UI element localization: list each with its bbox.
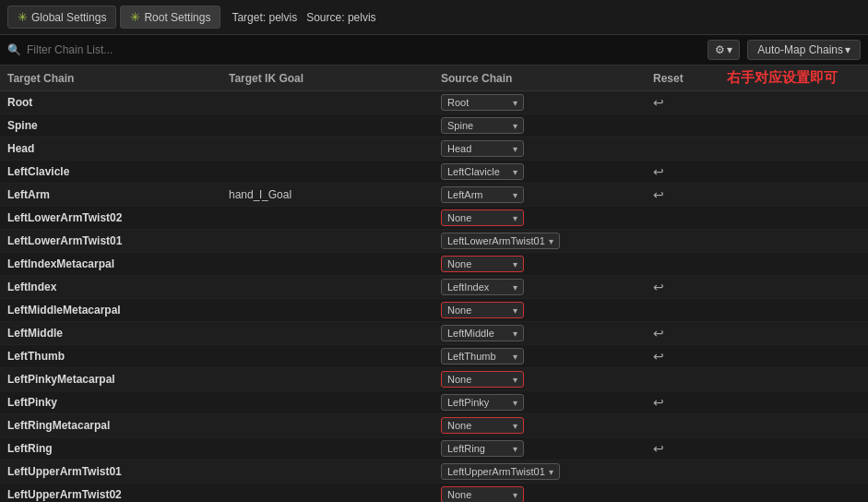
target-chain-cell: LeftIndexMetacarpal bbox=[7, 257, 229, 270]
target-chain-cell: LeftLowerArmTwist02 bbox=[7, 211, 229, 224]
target-chain-cell: LeftMiddle bbox=[7, 327, 229, 340]
header-source-chain: Source Chain bbox=[441, 69, 653, 87]
source-chain-cell: None ▾ bbox=[441, 486, 653, 502]
filter-bar-right: ⚙ ▾ Auto-Map Chains ▾ bbox=[707, 40, 861, 60]
annotation-text: 右手对应设置即可 bbox=[727, 69, 838, 87]
source-chain-cell: LeftRing ▾ bbox=[441, 440, 653, 457]
source-chain-cell: LeftThumb ▾ bbox=[441, 348, 653, 365]
dropdown-value: None bbox=[447, 374, 471, 385]
target-chain-name: LeftPinky bbox=[7, 396, 57, 409]
automap-button[interactable]: Auto-Map Chains ▾ bbox=[747, 40, 861, 60]
source-chain-cell: Root ▾ bbox=[441, 94, 653, 111]
source-chain-dropdown[interactable]: None ▾ bbox=[441, 209, 524, 226]
source-chain-cell: None ▾ bbox=[441, 209, 653, 226]
reset-cell: ↩ bbox=[653, 441, 727, 456]
source-chain-cell: None ▾ bbox=[441, 371, 653, 388]
reset-icon[interactable]: ↩ bbox=[653, 349, 664, 364]
dropdown-value: LeftIndex bbox=[447, 281, 489, 293]
settings-dropdown-button[interactable]: ⚙ ▾ bbox=[707, 40, 740, 60]
source-chain-dropdown[interactable]: Spine ▾ bbox=[441, 117, 524, 134]
dropdown-chevron-icon: ▾ bbox=[513, 259, 517, 269]
source-chain-cell: None ▾ bbox=[441, 417, 653, 434]
source-chain-dropdown[interactable]: Head ▾ bbox=[441, 140, 524, 157]
target-chain-name: LeftIndex bbox=[7, 281, 56, 293]
table-row: SpineSpine ▾ bbox=[0, 114, 868, 137]
search-icon: 🔍 bbox=[7, 43, 21, 56]
top-bar: ✳ Global Settings ✳ Root Settings Target… bbox=[0, 0, 868, 35]
reset-icon[interactable]: ↩ bbox=[653, 95, 664, 110]
dropdown-chevron-icon: ▾ bbox=[513, 213, 517, 223]
table-row: LeftLowerArmTwist02None ▾ bbox=[0, 207, 868, 230]
global-settings-button[interactable]: ✳ Global Settings bbox=[7, 6, 116, 29]
reset-cell: ↩ bbox=[653, 395, 727, 410]
dropdown-value: LeftArm bbox=[447, 189, 483, 200]
source-chain-cell: None ▾ bbox=[441, 256, 653, 272]
target-chain-cell: LeftClavicle bbox=[7, 165, 229, 178]
source-chain-dropdown[interactable]: LeftLowerArmTwist01 ▾ bbox=[441, 233, 560, 249]
table-row: LeftRingLeftRing ▾↩ bbox=[0, 437, 868, 460]
table-row: LeftUpperArmTwist02None ▾ bbox=[0, 484, 868, 502]
filter-input[interactable] bbox=[27, 43, 702, 56]
target-chain-cell: LeftIndex bbox=[7, 281, 229, 293]
dropdown-chevron-icon: ▾ bbox=[513, 444, 517, 454]
header-target-ik-goal: Target IK Goal bbox=[229, 69, 441, 87]
target-ik-goal-cell: hand_l_Goal bbox=[229, 188, 441, 201]
reset-icon[interactable]: ↩ bbox=[653, 441, 664, 456]
source-chain-cell: None ▾ bbox=[441, 302, 653, 318]
root-settings-gear-icon: ✳ bbox=[130, 10, 140, 24]
reset-icon[interactable]: ↩ bbox=[653, 187, 664, 202]
source-chain-dropdown[interactable]: LeftMiddle ▾ bbox=[441, 325, 524, 341]
global-settings-label: Global Settings bbox=[31, 11, 106, 24]
source-chain-dropdown[interactable]: None ▾ bbox=[441, 256, 524, 272]
table-body: RootRoot ▾↩SpineSpine ▾HeadHead ▾LeftCla… bbox=[0, 91, 868, 502]
source-chain-dropdown[interactable]: LeftPinky ▾ bbox=[441, 394, 524, 411]
source-chain-dropdown[interactable]: LeftThumb ▾ bbox=[441, 348, 524, 365]
dropdown-value: Spine bbox=[447, 120, 473, 131]
target-chain-cell: LeftThumb bbox=[7, 350, 229, 363]
table-row: LeftClavicleLeftClavicle ▾↩ bbox=[0, 161, 868, 184]
target-chain-cell: Spine bbox=[7, 119, 229, 132]
dropdown-value: Head bbox=[447, 143, 471, 154]
reset-icon[interactable]: ↩ bbox=[653, 280, 664, 294]
source-chain-dropdown[interactable]: None ▾ bbox=[441, 417, 524, 434]
filter-bar: 🔍 ⚙ ▾ Auto-Map Chains ▾ bbox=[0, 35, 868, 66]
source-chain-dropdown[interactable]: LeftUpperArmTwist01 ▾ bbox=[441, 463, 560, 480]
source-chain-dropdown[interactable]: Root ▾ bbox=[441, 94, 524, 111]
dropdown-value: None bbox=[447, 305, 471, 316]
source-chain-cell: LeftPinky ▾ bbox=[441, 394, 653, 411]
target-chain-name: Root bbox=[7, 96, 32, 109]
table-row: LeftLowerArmTwist01LeftLowerArmTwist01 ▾ bbox=[0, 230, 868, 253]
source-chain-dropdown[interactable]: LeftIndex ▾ bbox=[441, 279, 524, 295]
target-chain-cell: LeftLowerArmTwist01 bbox=[7, 234, 229, 247]
settings-gear-icon: ⚙ bbox=[715, 43, 725, 56]
reset-cell: ↩ bbox=[653, 95, 727, 110]
root-settings-button[interactable]: ✳ Root Settings bbox=[120, 6, 220, 29]
target-chain-name: LeftArm bbox=[7, 188, 50, 201]
source-chain-cell: LeftLowerArmTwist01 ▾ bbox=[441, 233, 653, 249]
source-chain-dropdown[interactable]: LeftRing ▾ bbox=[441, 440, 524, 457]
target-chain-name: LeftThumb bbox=[7, 350, 65, 363]
automap-label: Auto-Map Chains bbox=[757, 43, 843, 56]
reset-icon[interactable]: ↩ bbox=[653, 164, 664, 179]
target-chain-name: LeftPinkyMetacarpal bbox=[7, 373, 115, 386]
target-chain-name: LeftUpperArmTwist01 bbox=[7, 465, 122, 478]
dropdown-chevron-icon: ▾ bbox=[513, 282, 517, 293]
root-settings-label: Root Settings bbox=[144, 11, 210, 24]
ik-goal-label: hand_l_Goal bbox=[229, 188, 291, 201]
table-row: LeftArmhand_l_GoalLeftArm ▾↩ bbox=[0, 184, 868, 207]
source-chain-dropdown[interactable]: None ▾ bbox=[441, 302, 524, 318]
source-chain-dropdown[interactable]: LeftClavicle ▾ bbox=[441, 163, 524, 180]
reset-icon[interactable]: ↩ bbox=[653, 395, 664, 410]
reset-icon[interactable]: ↩ bbox=[653, 326, 664, 341]
dropdown-value: LeftPinky bbox=[447, 397, 489, 408]
source-chain-dropdown[interactable]: None ▾ bbox=[441, 486, 524, 502]
target-chain-cell: Head bbox=[7, 142, 229, 155]
reset-cell: ↩ bbox=[653, 164, 727, 179]
global-settings-gear-icon: ✳ bbox=[18, 10, 28, 24]
target-chain-name: Head bbox=[7, 142, 34, 155]
source-chain-dropdown[interactable]: None ▾ bbox=[441, 371, 524, 388]
source-chain-cell: Spine ▾ bbox=[441, 117, 653, 134]
source-chain-dropdown[interactable]: LeftArm ▾ bbox=[441, 186, 524, 203]
target-chain-name: LeftRing bbox=[7, 442, 53, 455]
source-chain-cell: LeftUpperArmTwist01 ▾ bbox=[441, 463, 653, 480]
